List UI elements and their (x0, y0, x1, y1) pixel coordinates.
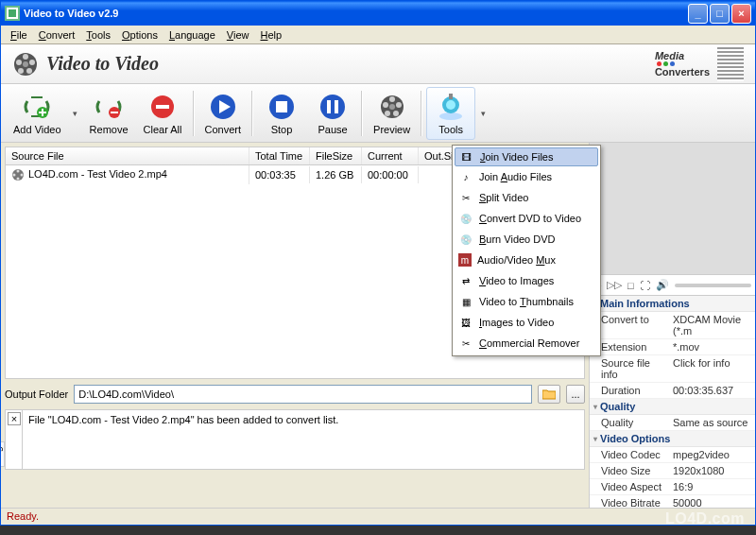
toolbar: Add Video ▾ Remove Clear All Convert Sto… (1, 84, 755, 143)
log-close-button[interactable]: × (8, 412, 21, 425)
watermark: LO4D.com (665, 510, 745, 527)
svg-point-30 (446, 100, 455, 110)
svg-point-34 (21, 174, 24, 177)
menu-split-video[interactable]: ✂Split Video (455, 187, 598, 208)
svg-point-33 (17, 170, 20, 173)
prop-row: Video Codecmpeg2video (590, 447, 755, 463)
filmstrip-icon (717, 47, 744, 81)
minimize-button[interactable]: _ (688, 4, 708, 24)
music-note-icon: ♪ (458, 169, 473, 184)
scissors-icon: ✂ (458, 336, 473, 351)
svg-point-8 (18, 68, 24, 74)
menu-convert-dvd[interactable]: 💿Convert DVD to Video (455, 208, 598, 229)
tools-button[interactable]: Tools (426, 87, 475, 140)
fullscreen-icon[interactable]: ⛶ (640, 280, 650, 291)
grid-icon: ▦ (458, 294, 473, 309)
menu-help[interactable]: Help (255, 27, 288, 43)
svg-rect-19 (327, 100, 331, 113)
maximize-button[interactable]: □ (710, 4, 730, 24)
prop-row: Duration00:03:35.637 (590, 383, 755, 399)
convert-button[interactable]: Convert (198, 87, 249, 140)
svg-point-25 (393, 111, 399, 116)
svg-point-6 (29, 60, 35, 65)
svg-rect-14 (156, 105, 169, 109)
menu-join-video[interactable]: 🎞Join Video Files (455, 147, 598, 166)
prop-row: Video Size1920x1080 (590, 463, 755, 479)
menu-view[interactable]: View (221, 27, 255, 43)
menu-av-mux[interactable]: mAudio/Video Mux (455, 250, 598, 270)
svg-rect-31 (449, 94, 453, 99)
window-title: Video to Video v2.9 (24, 8, 686, 19)
svg-rect-17 (276, 101, 287, 112)
app-icon (5, 6, 20, 21)
clear-all-button[interactable]: Clear All (137, 87, 189, 140)
menu-burn-dvd[interactable]: 💿Burn Video DVD (455, 229, 598, 250)
tools-menu: 🎞Join Video Files ♪Join Audio Files ✂Spl… (452, 145, 601, 356)
remove-button[interactable]: Remove (83, 87, 135, 140)
side-panel: ▷ ▷▷ □ ⛶ 🔊 Main Informations Convert toX… (589, 143, 755, 508)
film-icon: 🎞 (459, 149, 474, 164)
app-title: Video to Video (46, 53, 655, 75)
col-totaltime[interactable]: Total Time (249, 147, 310, 164)
preview-button[interactable]: Preview (367, 87, 417, 140)
col-source[interactable]: Source File (6, 147, 249, 164)
film-reel-icon (11, 168, 25, 181)
tools-dropdown[interactable]: ▾ (477, 87, 489, 140)
log-tab[interactable]: Log (1, 441, 5, 467)
svg-point-28 (439, 112, 462, 120)
svg-point-23 (389, 96, 395, 102)
reel-icon (12, 51, 39, 78)
prop-row: Convert toXDCAM Movie (*.m (590, 312, 755, 339)
menu-options[interactable]: Options (116, 27, 163, 43)
next-icon[interactable]: ▷▷ (607, 279, 622, 291)
log-message: File "LO4D.com - Test Video 2.mp4" has b… (23, 410, 344, 469)
col-current[interactable]: Current (362, 147, 419, 164)
prop-row: Video Aspect16:9 (590, 479, 755, 495)
app-window: Video to Video v2.9 _ □ × File Convert T… (0, 0, 756, 526)
brand-logo: Media Converters (655, 47, 744, 81)
mux-icon: m (458, 253, 472, 267)
volume-icon[interactable]: 🔊 (656, 279, 669, 291)
svg-point-5 (23, 54, 28, 60)
preview-area (590, 143, 755, 275)
menubar: File Convert Tools Options Language View… (1, 26, 755, 44)
log-panel: × File "LO4D.com - Test Video 2.mp4" has… (5, 409, 585, 470)
output-folder-input[interactable] (74, 385, 532, 404)
menu-language[interactable]: Language (163, 27, 221, 43)
svg-rect-20 (335, 100, 338, 113)
svg-point-35 (17, 178, 20, 181)
svg-point-9 (16, 60, 22, 65)
add-video-dropdown[interactable]: ▾ (70, 87, 81, 140)
section-quality[interactable]: Quality (590, 399, 755, 415)
menu-file[interactable]: File (5, 27, 33, 43)
close-button[interactable]: × (731, 4, 751, 24)
add-video-button[interactable]: Add Video (7, 87, 68, 140)
menu-commercial-remover[interactable]: ✂Commercial Remover (455, 333, 598, 354)
stop-button[interactable]: Stop (257, 87, 306, 140)
svg-point-18 (320, 95, 345, 119)
prop-row: QualitySame as source (590, 415, 755, 431)
menu-join-audio[interactable]: ♪Join Audio Files (455, 166, 598, 187)
volume-slider[interactable] (675, 284, 751, 287)
stop-icon[interactable]: □ (627, 280, 634, 291)
titlebar[interactable]: Video to Video v2.9 _ □ × (1, 1, 755, 26)
menu-convert[interactable]: Convert (33, 27, 81, 43)
split-icon: ✂ (458, 190, 473, 205)
svg-rect-2 (9, 9, 16, 17)
menu-images-to-video[interactable]: 🖼Images to Video (455, 312, 598, 333)
section-video-options[interactable]: Video Options (590, 431, 755, 447)
menu-video-to-images[interactable]: ⇄Video to Images (455, 270, 598, 291)
menu-tools[interactable]: Tools (80, 27, 116, 43)
col-filesize[interactable]: FileSize (310, 147, 362, 164)
pause-button[interactable]: Pause (308, 87, 357, 140)
svg-point-24 (396, 102, 402, 108)
section-main-info[interactable]: Main Informations (590, 296, 755, 312)
more-button[interactable]: ... (566, 385, 585, 404)
menu-video-to-thumbs[interactable]: ▦Video to Thumbnails (455, 291, 598, 312)
preview-controls: ▷ ▷▷ □ ⛶ 🔊 (590, 275, 755, 296)
arrows-icon: ⇄ (458, 273, 473, 288)
app-header: Video to Video Media Converters (1, 44, 755, 84)
svg-point-4 (23, 61, 28, 67)
browse-folder-button[interactable] (538, 385, 560, 404)
prop-row: Extension*.mov (590, 339, 755, 355)
